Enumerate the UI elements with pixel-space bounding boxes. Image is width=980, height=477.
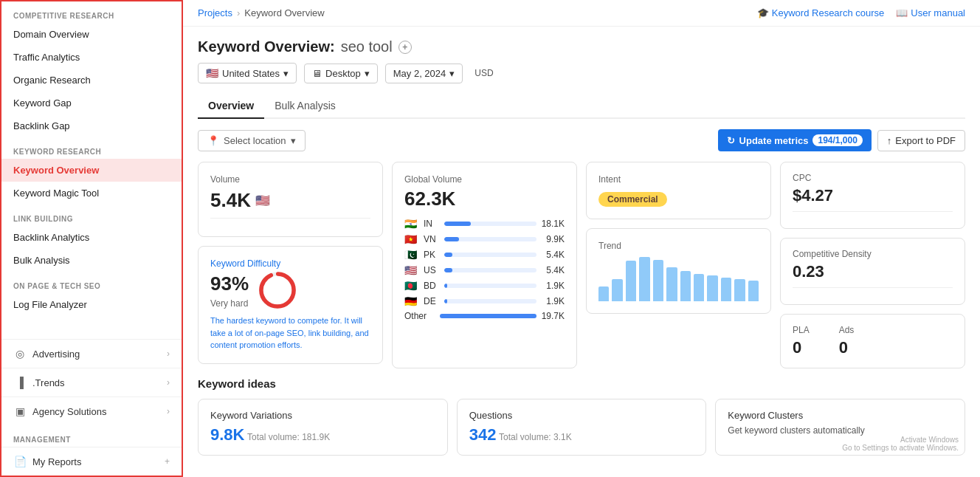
trend-bar-11 [734,279,745,301]
trend-bar-3 [626,261,636,301]
country-code-us: US [424,265,440,275]
sidebar-item-label: Keyword Magic Tool [13,188,99,199]
sidebar-item-traffic-analytics[interactable]: Traffic Analytics [1,46,182,69]
chevron-right-icon: › [167,349,170,359]
sidebar-item-organic-research[interactable]: Organic Research [1,69,182,92]
keyword-ideas-section: Keyword ideas Keyword Variations 9.8K To… [198,377,965,456]
sidebar-item-advertising[interactable]: ◎ Advertising › [1,339,182,368]
sidebar-item-backlink-gap[interactable]: Backlink Gap [1,114,182,137]
kd-value: 93% [210,272,249,295]
sidebar-item-log-file-analyzer[interactable]: Log File Analyzer [1,293,182,316]
sidebar-item-backlink-analytics[interactable]: Backlink Analytics [1,226,182,249]
trend-bar-2 [612,279,622,301]
trend-bars-chart [598,257,759,301]
cpc-label: CPC [793,173,953,183]
export-pdf-button[interactable]: ↑ Export to PDF [877,130,965,151]
sidebar-trends-label: .Trends [32,377,65,388]
page-title: Keyword Overview: seo tool + [198,38,965,55]
sidebar: COMPETITIVE RESEARCH Domain Overview Tra… [0,0,183,477]
country-row-vn: 🇻🇳 VN 9.9K [404,233,565,245]
sidebar-section-link: LINK BUILDING Backlink Analytics Bulk An… [1,205,182,272]
questions-total: Total volume: 3.1K [499,432,572,442]
questions-type: Questions [469,410,694,421]
country-row-de: 🇩🇪 DE 1.9K [404,295,565,307]
keyword-difficulty-card: Keyword Difficulty 93% Very hard The har… [198,246,383,364]
title-keyword: seo tool [341,38,393,55]
currency-badge: USD [470,66,497,80]
chevron-down-icon: ▾ [291,135,296,146]
sidebar-item-agency-solutions[interactable]: ▣ Agency Solutions › [1,397,182,425]
svg-point-1 [261,274,294,306]
country-code-bd: BD [424,281,440,291]
volume-card: Volume 5.4K 🇺🇸 [198,162,383,237]
other-value: 19.7K [541,311,565,321]
user-manual-link[interactable]: 📖 User manual [896,7,965,18]
advertising-icon: ◎ [13,347,27,360]
topbar-links: 🎓 Keyword Research course 📖 User manual [757,7,965,18]
activate-windows-watermark: Activate Windows Go to Settings to activ… [842,436,959,452]
breadcrumb: Projects › Keyword Overview [198,7,325,18]
breadcrumb-projects[interactable]: Projects [198,7,232,18]
update-metrics-label: Update metrics [739,135,809,146]
country-row-in: 🇮🇳 IN 18.1K [404,218,565,230]
chevron-down-icon: ▾ [449,68,455,79]
sidebar-section-competitive: COMPETITIVE RESEARCH Domain Overview Tra… [1,1,182,137]
keyword-variations-card[interactable]: Keyword Variations 9.8K Total volume: 18… [198,399,448,456]
intent-card: Intent Commercial [586,162,771,219]
global-volume-value: 62.3K [404,188,565,210]
trend-bar-6 [666,267,677,301]
country-val-in: 18.1K [541,219,565,229]
content-area: Keyword Overview: seo tool + 🇺🇸 United S… [183,27,980,477]
add-keyword-icon[interactable]: + [398,41,412,54]
country-row-pk: 🇵🇰 PK 5.4K [404,249,565,261]
chevron-down-icon: ▾ [365,68,370,79]
action-bar: 📍 Select location ▾ ↻ Update metrics 194… [198,129,965,151]
sidebar-section-keyword: KEYWORD RESEARCH Keyword Overview Keywor… [1,137,182,205]
tab-overview[interactable]: Overview [198,94,264,119]
global-volume-label: Global Volume [404,174,565,185]
kd-description: The hardest keyword to compete for. It w… [210,315,370,351]
trend-card: Trend [586,228,771,314]
breadcrumb-separator: › [237,7,240,18]
country-filter-button[interactable]: 🇺🇸 United States ▾ [198,63,297,83]
sidebar-item-keyword-magic-tool[interactable]: Keyword Magic Tool [1,182,182,205]
sidebar-item-keyword-gap[interactable]: Keyword Gap [1,92,182,114]
country-row-bd: 🇧🇩 BD 1.9K [404,280,565,292]
book-icon: 📖 [896,7,908,18]
chevron-right-icon: › [167,377,170,388]
sidebar-section-label-link: LINK BUILDING [1,205,182,226]
date-filter-button[interactable]: May 2, 2024 ▾ [385,64,463,83]
sidebar-item-keyword-overview[interactable]: Keyword Overview [1,159,182,182]
cd-label: Competitive Density [793,249,953,259]
keyword-clusters-card[interactable]: Keyword Clusters Get keyword clusters au… [715,399,965,456]
sidebar-item-label: Backlink Analytics [13,232,89,243]
sidebar-item-bulk-analysis[interactable]: Bulk Analysis [1,249,182,272]
sidebar-item-trends[interactable]: ▐ .Trends › [1,368,182,397]
tab-bulk-analysis[interactable]: Bulk Analysis [264,94,345,119]
update-metrics-button[interactable]: ↻ Update metrics 194/1,000 [718,129,872,151]
intent-badge: Commercial [598,192,667,207]
country-code-de: DE [424,296,440,306]
select-location-button[interactable]: 📍 Select location ▾ [198,130,306,151]
questions-card[interactable]: Questions 342 Total volume: 3.1K [457,399,707,456]
my-reports-icon: 📄 [13,455,27,468]
country-code-vn: VN [424,234,440,244]
country-row-us: 🇺🇸 US 5.4K [404,264,565,276]
trend-label: Trend [598,241,759,251]
pla-ads-card: PLA 0 Ads 0 [780,314,965,368]
sidebar-item-label: Bulk Analysis [13,255,70,266]
keyword-ideas-title: Keyword ideas [198,377,965,390]
sidebar-my-reports-label: My Reports [32,456,81,467]
plus-icon: + [165,456,170,467]
keyword-ideas-cards: Keyword Variations 9.8K Total volume: 18… [198,399,965,456]
sidebar-item-label: Keyword Gap [13,97,72,109]
graduation-icon: 🎓 [757,7,769,18]
sidebar-advertising-label: Advertising [32,349,80,360]
breadcrumb-current: Keyword Overview [244,7,324,18]
chevron-right-icon: › [167,406,170,416]
kd-ring-chart [259,272,296,309]
sidebar-item-my-reports[interactable]: 📄 My Reports + [1,447,182,476]
keyword-research-course-link[interactable]: 🎓 Keyword Research course [757,7,884,18]
sidebar-item-domain-overview[interactable]: Domain Overview [1,23,182,46]
device-filter-button[interactable]: 🖥 Desktop ▾ [304,64,378,83]
